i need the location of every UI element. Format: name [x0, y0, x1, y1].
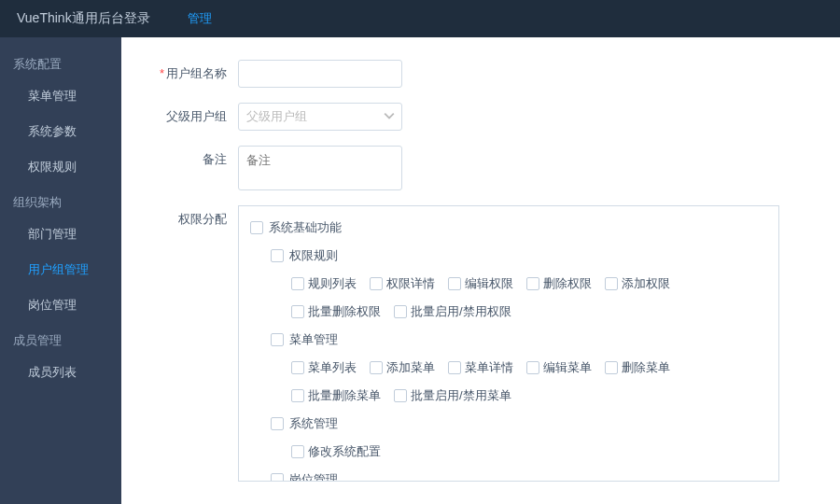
checkbox-icon[interactable]: [271, 473, 284, 482]
perm-leaf[interactable]: 权限详情: [370, 275, 435, 292]
sidebar-item-member-list[interactable]: 成员列表: [0, 355, 121, 390]
sidebar-group-members: 成员管理: [0, 323, 121, 355]
checkbox-icon[interactable]: [291, 361, 304, 374]
perm-leaf[interactable]: 编辑菜单: [526, 359, 592, 376]
checkbox-icon[interactable]: [291, 305, 304, 318]
checkbox-icon[interactable]: [250, 221, 263, 234]
checkbox-icon[interactable]: [291, 277, 304, 290]
label-group-name: *用户组名称: [121, 60, 238, 88]
perm-leaf[interactable]: 删除菜单: [605, 359, 670, 376]
perm-leaf[interactable]: 批量删除权限: [291, 303, 381, 320]
checkbox-icon[interactable]: [271, 417, 284, 430]
perm-node-perm-rules[interactable]: 权限规则: [239, 242, 775, 270]
sidebar-item-perm-rules[interactable]: 权限规则: [0, 149, 121, 185]
checkbox-icon[interactable]: [271, 249, 284, 262]
permission-tree-panel[interactable]: 系统基础功能 权限规则 规则列表 权限详情 编辑权限 删除权限 添加权限 批量删…: [238, 205, 779, 482]
perm-leaf[interactable]: 添加权限: [605, 275, 670, 292]
sidebar-group-system-config: 系统配置: [0, 47, 121, 78]
topbar: VueThink通用后台登录 管理: [0, 0, 840, 37]
label-remark: 备注: [121, 146, 238, 174]
sidebar-item-position-mgmt[interactable]: 岗位管理: [0, 287, 121, 323]
checkbox-icon[interactable]: [605, 277, 618, 290]
checkbox-icon[interactable]: [605, 361, 618, 374]
perm-node-menu-mgmt[interactable]: 菜单管理: [239, 326, 775, 354]
form-panel: *用户组名称 父级用户组 父级用户组 备注 权限分配 系统基础功能 权限规则: [121, 37, 840, 504]
sidebar-item-menu-mgmt[interactable]: 菜单管理: [0, 78, 121, 114]
checkbox-icon[interactable]: [370, 361, 383, 374]
label-parent-group: 父级用户组: [121, 103, 238, 131]
checkbox-icon[interactable]: [271, 333, 284, 346]
perm-leaf[interactable]: 批量启用/禁用权限: [394, 303, 511, 320]
checkbox-icon[interactable]: [394, 389, 407, 402]
perm-leaf[interactable]: 菜单详情: [448, 359, 513, 376]
checkbox-icon[interactable]: [448, 361, 461, 374]
checkbox-icon[interactable]: [291, 389, 304, 402]
perm-leaf[interactable]: 批量启用/禁用菜单: [394, 387, 511, 404]
sidebar-group-org: 组织架构: [0, 185, 121, 217]
checkbox-icon[interactable]: [394, 305, 407, 318]
perm-node-system-basic[interactable]: 系统基础功能: [239, 214, 775, 242]
checkbox-icon[interactable]: [291, 445, 304, 458]
perm-children: 修改系统配置: [239, 438, 775, 466]
select-parent-group-placeholder: 父级用户组: [246, 108, 307, 125]
perm-leaf[interactable]: 规则列表: [291, 275, 357, 292]
perm-node-position-mgmt[interactable]: 岗位管理: [239, 466, 775, 482]
label-perm-assign: 权限分配: [121, 205, 238, 233]
perm-children: 规则列表 权限详情 编辑权限 删除权限 添加权限 批量删除权限 批量启用/禁用权…: [239, 270, 775, 326]
checkbox-icon[interactable]: [370, 277, 383, 290]
perm-leaf[interactable]: 修改系统配置: [291, 443, 381, 460]
sidebar-item-system-params[interactable]: 系统参数: [0, 114, 121, 149]
checkbox-icon[interactable]: [526, 361, 539, 374]
perm-leaf[interactable]: 删除权限: [526, 275, 592, 292]
checkbox-icon[interactable]: [448, 277, 461, 290]
perm-leaf[interactable]: 编辑权限: [448, 275, 513, 292]
perm-leaf[interactable]: 添加菜单: [370, 359, 435, 376]
checkbox-icon[interactable]: [526, 277, 539, 290]
sidebar-item-usergroup-mgmt[interactable]: 用户组管理: [0, 252, 121, 287]
select-parent-group[interactable]: 父级用户组: [238, 103, 402, 131]
brand-title: VueThink通用后台登录: [17, 10, 150, 27]
input-group-name[interactable]: [238, 60, 402, 88]
topnav-manage[interactable]: 管理: [188, 10, 212, 27]
perm-children: 菜单列表 添加菜单 菜单详情 编辑菜单 删除菜单 批量删除菜单 批量启用/禁用菜…: [239, 354, 775, 410]
perm-leaf[interactable]: 菜单列表: [291, 359, 357, 376]
perm-leaf[interactable]: 批量删除菜单: [291, 387, 381, 404]
perm-node-system-mgmt[interactable]: 系统管理: [239, 410, 775, 438]
sidebar: 系统配置 菜单管理 系统参数 权限规则 组织架构 部门管理 用户组管理 岗位管理…: [0, 37, 121, 504]
textarea-remark[interactable]: [238, 146, 402, 190]
sidebar-item-dept-mgmt[interactable]: 部门管理: [0, 217, 121, 252]
